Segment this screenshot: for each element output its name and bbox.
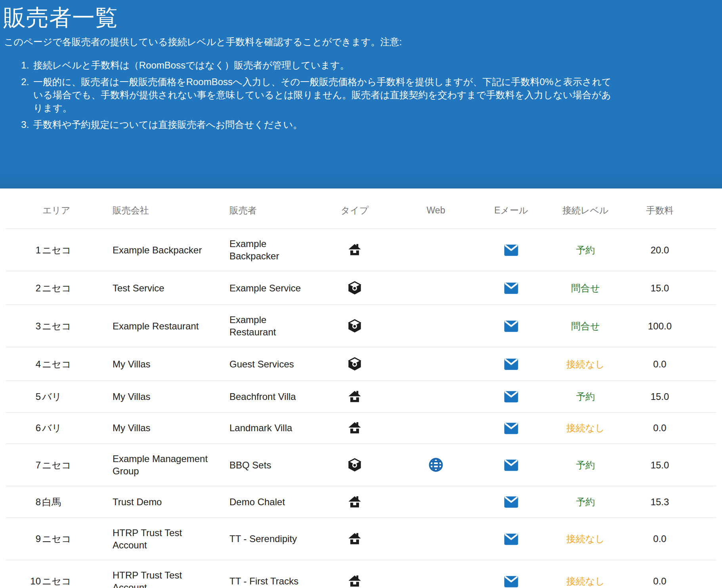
service-cube-icon (347, 356, 363, 372)
column-header-commission: 手数料 (622, 188, 697, 229)
vendor-table-body: 1ニセコ Example Backpacker Example Backpack… (6, 229, 716, 588)
note-item-2: 一般的に、販売者は一般販売価格をRoomBossへ入力し、その一般販売価格から手… (32, 75, 617, 114)
email-cell (474, 412, 549, 444)
table-row: 9ニセコ HTRP Trust Test Account TT - Serend… (6, 518, 716, 560)
column-header-email: Eメール (474, 188, 549, 229)
area-name: ニセコ (42, 576, 71, 586)
web-cell (398, 347, 474, 381)
email-icon[interactable] (504, 459, 519, 472)
area-cell: 3ニセコ (6, 305, 103, 347)
commission-value: 15.0 (622, 381, 697, 413)
company-cell: My Villas (103, 381, 220, 413)
connection-level: 接続なし (549, 560, 622, 588)
email-icon[interactable] (504, 575, 519, 588)
home-icon (348, 421, 362, 435)
email-icon[interactable] (504, 496, 519, 508)
email-icon[interactable] (504, 533, 519, 546)
spacer-cell (697, 560, 716, 588)
email-icon[interactable] (504, 390, 519, 403)
spacer-cell (697, 444, 716, 486)
area-name: ニセコ (42, 245, 71, 255)
spacer-cell (697, 347, 716, 381)
area-cell: 5バリ (6, 381, 103, 413)
column-header-vendor: 販売者 (220, 188, 311, 229)
spacer-cell (697, 229, 716, 271)
web-cell (398, 305, 474, 347)
spacer-cell (697, 381, 716, 413)
service-cube-icon (347, 457, 363, 473)
vendor-cell: Landmark Villa (220, 412, 311, 444)
email-icon[interactable] (504, 422, 519, 435)
area-cell: 8白馬 (6, 486, 103, 518)
web-cell (398, 381, 474, 413)
web-cell (398, 229, 474, 271)
email-icon[interactable] (504, 320, 519, 333)
connection-level: 問合せ (549, 305, 622, 347)
email-cell (474, 347, 549, 381)
vendor-cell: TT - First Tracks (220, 560, 311, 588)
column-header-type: タイプ (311, 188, 398, 229)
row-number: 3 (30, 320, 41, 332)
web-cell (398, 518, 474, 560)
row-number: 1 (30, 244, 41, 256)
commission-value: 0.0 (622, 412, 697, 444)
globe-icon[interactable] (428, 457, 444, 473)
email-icon[interactable] (504, 244, 519, 257)
service-cube-icon (347, 280, 363, 296)
row-number: 9 (30, 533, 41, 545)
table-row: 7ニセコ Example Management Group BBQ Sets (6, 444, 716, 486)
company-cell: Example Restaurant (103, 305, 220, 347)
home-icon (348, 495, 362, 509)
commission-value: 15.0 (622, 444, 697, 486)
spacer-cell (697, 412, 716, 444)
type-cell (311, 486, 398, 518)
commission-value: 0.0 (622, 560, 697, 588)
commission-value: 20.0 (622, 229, 697, 271)
table-row: 5バリ My Villas Beachfront Villa (6, 381, 716, 413)
web-cell (398, 486, 474, 518)
column-header-area: エリア (6, 188, 103, 229)
note-item-1: 接続レベルと手数料は（RoomBossではなく）販売者が管理しています。 (32, 59, 617, 72)
spacer-cell (697, 305, 716, 347)
company-cell: HTRP Trust Test Account (103, 518, 220, 560)
area-name: バリ (42, 391, 61, 402)
spacer-cell (697, 486, 716, 518)
company-cell: Test Service (103, 271, 220, 305)
page-header: 販売者一覧 このページで各販売者の提供している接続レベルと手数料を確認することが… (0, 0, 722, 188)
area-name: バリ (42, 422, 61, 433)
spacer-cell (697, 271, 716, 305)
area-name: ニセコ (42, 533, 71, 544)
area-name: ニセコ (42, 321, 71, 331)
area-name: ニセコ (42, 283, 71, 293)
email-icon[interactable] (504, 282, 519, 295)
area-name: 白馬 (42, 497, 61, 507)
company-cell: Trust Demo (103, 486, 220, 518)
row-number: 6 (30, 422, 41, 434)
connection-level: 接続なし (549, 518, 622, 560)
email-cell (474, 444, 549, 486)
commission-value: 0.0 (622, 518, 697, 560)
connection-level: 接続なし (549, 347, 622, 381)
web-cell (398, 444, 474, 486)
commission-value: 15.3 (622, 486, 697, 518)
area-cell: 2ニセコ (6, 271, 103, 305)
company-cell: Example Backpacker (103, 229, 220, 271)
area-name: ニセコ (42, 460, 71, 470)
column-header-company: 販売会社 (103, 188, 220, 229)
note-item-3: 手数料や予約規定については直接販売者へお問合せください。 (32, 118, 617, 131)
service-cube-icon (347, 318, 363, 334)
table-row: 4ニセコ My Villas Guest Services (6, 347, 716, 381)
area-cell: 7ニセコ (6, 444, 103, 486)
web-cell (398, 271, 474, 305)
area-cell: 10ニセコ (6, 560, 103, 588)
home-icon (348, 532, 362, 546)
email-cell (474, 381, 549, 413)
email-icon[interactable] (504, 358, 519, 371)
area-cell: 1ニセコ (6, 229, 103, 271)
vendor-cell: Example Service (220, 271, 311, 305)
connection-level: 予約 (549, 486, 622, 518)
type-cell (311, 347, 398, 381)
table-row: 3ニセコ Example Restaurant Example Restaura… (6, 305, 716, 347)
web-cell (398, 560, 474, 588)
commission-value: 100.0 (622, 305, 697, 347)
